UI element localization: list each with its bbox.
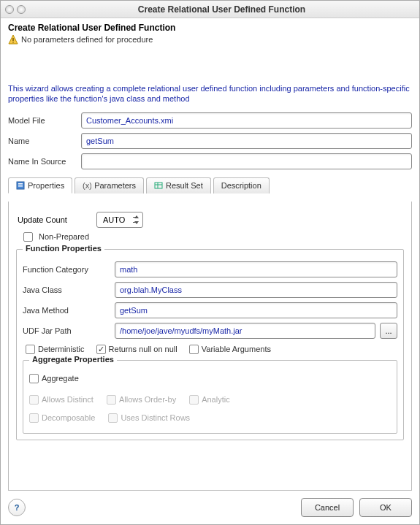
decomposable-checkbox <box>29 413 39 423</box>
ok-button[interactable]: OK <box>359 498 412 517</box>
cancel-button[interactable]: Cancel <box>301 498 354 517</box>
uses-distinct-rows-label: Uses Distinct Rows <box>121 413 190 422</box>
udf-jar-path-label: UDF Jar Path <box>23 326 110 335</box>
allows-orderby-checkbox <box>107 395 116 405</box>
window-title: Create Relational User Defined Function <box>28 4 415 15</box>
function-category-field[interactable] <box>115 261 397 277</box>
aggregate-properties-group: Aggregate Properties Aggregate Allows Di… <box>23 360 397 434</box>
aggregate-properties-title: Aggregate Properties <box>29 355 117 364</box>
name-in-source-field[interactable] <box>81 153 412 169</box>
svg-rect-7 <box>155 183 162 188</box>
browse-button-label: ... <box>385 326 392 335</box>
dialog-window: Create Relational User Defined Function … <box>0 0 420 525</box>
svg-text:(x): (x) <box>83 181 91 190</box>
tab-properties[interactable]: Properties <box>8 177 72 193</box>
decomposable-label: Decomposable <box>42 413 95 422</box>
java-method-field[interactable] <box>115 302 397 318</box>
titlebar: Create Relational User Defined Function <box>1 1 419 18</box>
parameters-icon: (x) <box>83 181 91 190</box>
aggregate-checkbox[interactable] <box>29 374 39 383</box>
browse-button[interactable]: ... <box>380 323 397 339</box>
analytic-checkbox <box>189 395 199 405</box>
deterministic-label: Deterministic <box>38 345 85 353</box>
name-label: Name <box>8 137 81 145</box>
allows-distinct-checkbox <box>29 395 39 405</box>
variable-args-label: Variable Arguments <box>202 345 271 353</box>
ok-button-label: OK <box>380 503 392 512</box>
help-button[interactable]: ? <box>8 499 26 516</box>
tab-parameters[interactable]: (x) Parameters <box>75 177 144 193</box>
properties-icon <box>16 181 25 190</box>
tabstrip: Properties (x) Parameters Result Set Des… <box>1 177 419 193</box>
header-title: Create Relational User Defined Function <box>8 23 412 33</box>
warning-icon <box>8 34 18 45</box>
udf-jar-path-field[interactable] <box>115 323 375 339</box>
non-prepared-checkbox[interactable] <box>23 232 33 242</box>
model-file-field[interactable] <box>81 112 412 129</box>
function-properties-title: Function Properties <box>23 244 104 253</box>
java-class-label: Java Class <box>23 286 110 294</box>
returns-null-label: Returns null on null <box>109 345 177 353</box>
window-close-button[interactable] <box>5 5 14 14</box>
analytic-label: Analytic <box>202 395 230 404</box>
wizard-description: This wizard allows creating a complete r… <box>1 84 419 110</box>
deterministic-checkbox[interactable] <box>26 345 35 354</box>
aggregate-label: Aggregate <box>42 374 79 383</box>
function-category-label: Function Category <box>23 265 110 274</box>
svg-rect-4 <box>18 183 23 185</box>
function-properties-group: Function Properties Function Category Ja… <box>16 249 404 440</box>
result-set-icon <box>154 181 163 190</box>
allows-orderby-label: Allows Order-by <box>119 395 176 404</box>
tab-result-set-label: Result Set <box>166 181 203 190</box>
java-method-label: Java Method <box>23 306 110 315</box>
spacer <box>1 47 419 84</box>
java-class-field[interactable] <box>115 282 397 298</box>
name-in-source-label: Name In Source <box>8 157 81 166</box>
svg-rect-5 <box>18 185 23 187</box>
tab-content: Update Count AUTO Non-Prepared Function … <box>8 202 412 491</box>
help-icon: ? <box>15 503 20 512</box>
update-count-select[interactable]: AUTO <box>96 212 143 228</box>
uses-distinct-rows-checkbox <box>108 413 118 423</box>
window-minimize-button[interactable] <box>17 5 26 14</box>
footer: ? Cancel OK <box>1 491 419 524</box>
update-count-label: Update Count <box>18 215 67 224</box>
header: Create Relational User Defined Function … <box>1 18 419 47</box>
allows-distinct-label: Allows Distinct <box>42 395 93 404</box>
tab-properties-label: Properties <box>28 181 64 190</box>
tab-description[interactable]: Description <box>213 177 270 193</box>
tab-result-set[interactable]: Result Set <box>146 177 211 193</box>
variable-args-checkbox[interactable] <box>189 345 199 354</box>
tab-parameters-label: Parameters <box>94 181 136 190</box>
svg-rect-1 <box>12 38 13 41</box>
name-field[interactable] <box>81 133 412 149</box>
returns-null-checkbox[interactable] <box>96 345 106 354</box>
tab-description-label: Description <box>221 181 261 190</box>
svg-rect-2 <box>12 42 13 42</box>
non-prepared-label: Non-Prepared <box>39 232 89 241</box>
model-file-label: Model File <box>8 116 81 125</box>
cancel-button-label: Cancel <box>315 503 340 512</box>
header-warning: No parameters defined for procedure <box>21 35 153 44</box>
update-count-value: AUTO <box>103 215 125 224</box>
